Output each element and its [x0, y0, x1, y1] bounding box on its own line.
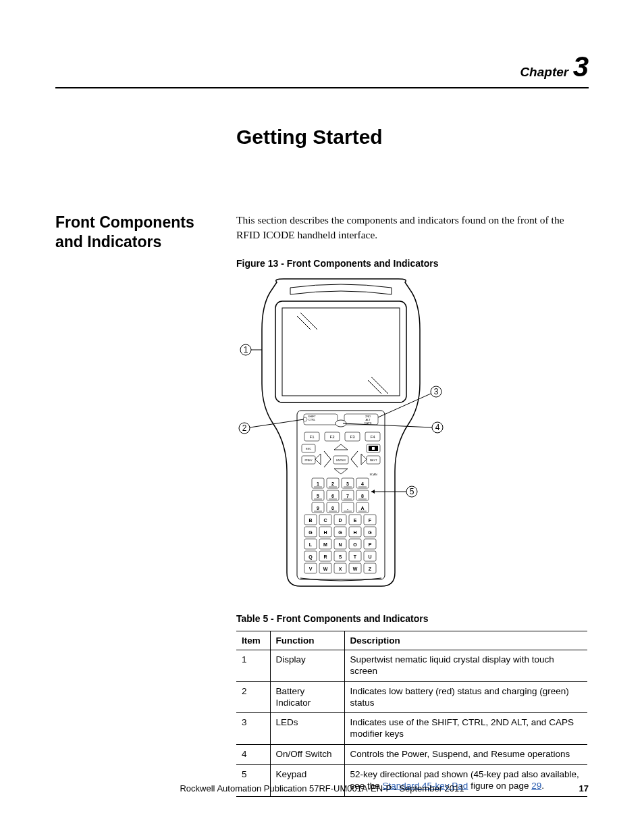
device-figure: SHIFT CTRL 2ND ALT CAPS F1F2F3F4 ESC [236, 276, 446, 593]
svg-text:F1: F1 [309, 435, 315, 439]
svg-text:L: L [309, 542, 313, 547]
table-row: 3LEDsIndicates use of the SHIFT, CTRL, 2… [236, 713, 587, 745]
callout-3: 3 [431, 386, 441, 397]
table-caption: Table 5 - Front Components and Indicator… [236, 613, 589, 624]
svg-text:N: N [338, 542, 342, 547]
svg-text:4: 4 [361, 481, 364, 486]
table-row: 4On/Off SwitchControls the Power, Suspen… [236, 745, 587, 765]
svg-text:3: 3 [434, 387, 439, 396]
cell-description: Supertwist nematic liquid crystal displa… [344, 650, 587, 681]
svg-text:NEXT: NEXT [370, 459, 377, 462]
cell-description: Indicates use of the SHIFT, CTRL, 2ND AL… [344, 713, 587, 745]
cell-function: LEDs [270, 713, 344, 745]
svg-text:F4: F4 [370, 435, 375, 439]
svg-text:6: 6 [331, 494, 334, 498]
cell-function: Battery Indicator [270, 681, 344, 713]
callout-4: 4 [432, 422, 443, 433]
cell-item: 3 [236, 713, 270, 745]
svg-text:.: . [347, 506, 348, 511]
page-title: Getting Started [236, 126, 589, 149]
svg-text:W: W [323, 567, 328, 571]
svg-text:5: 5 [410, 487, 414, 496]
cell-function: On/Off Switch [270, 745, 344, 765]
svg-rect-1 [282, 308, 400, 396]
svg-text:1: 1 [244, 345, 248, 355]
svg-text:X: X [339, 567, 342, 571]
table-row: 2Battery IndicatorIndicates low battery … [236, 681, 587, 713]
chapter-label: Chapter [520, 65, 568, 79]
svg-text:Q: Q [308, 554, 313, 560]
cell-description: Controls the Power, Suspend, and Resume … [344, 745, 587, 765]
svg-text:T: T [354, 554, 357, 559]
svg-text:CTRL: CTRL [308, 418, 316, 421]
svg-text:0: 0 [331, 506, 334, 511]
svg-text:9: 9 [317, 506, 319, 511]
callout-2: 2 [239, 423, 250, 434]
cell-item: 1 [236, 650, 270, 681]
svg-text:ENTER: ENTER [336, 459, 346, 462]
svg-text:H: H [353, 530, 356, 535]
cell-item: 2 [236, 681, 270, 713]
footer-page-number: 17 [562, 783, 589, 793]
svg-text:7: 7 [346, 494, 349, 498]
svg-text:B: B [308, 518, 312, 523]
svg-text:SCAN: SCAN [369, 473, 377, 476]
svg-text:C: C [323, 518, 327, 523]
cell-description: Indicates low battery (red) status and c… [344, 681, 587, 713]
page-footer: Rockwell Automation Publication 57RF-UM0… [55, 783, 589, 793]
figure-caption: Figure 13 - Front Components and Indicat… [236, 258, 589, 269]
svg-text:P: P [369, 542, 372, 547]
svg-rect-28 [372, 447, 375, 450]
svg-text:D: D [338, 518, 342, 523]
svg-text:E: E [354, 518, 357, 523]
svg-text:O: O [353, 542, 357, 547]
cell-item: 4 [236, 745, 270, 765]
svg-text:PREV: PREV [305, 459, 313, 462]
svg-text:4: 4 [435, 423, 440, 432]
th-item: Item [236, 631, 270, 650]
svg-text:F3: F3 [350, 435, 355, 439]
device-illustration: SHIFT CTRL 2ND ALT CAPS F1F2F3F4 ESC [236, 276, 446, 593]
svg-text:G: G [338, 530, 342, 535]
components-table: Item Function Description 1DisplaySupert… [236, 631, 587, 797]
svg-text:2: 2 [242, 423, 247, 433]
th-description: Description [344, 631, 587, 650]
section-heading: Front Components and Indicators [55, 213, 236, 797]
chapter-number: 3 [573, 51, 589, 82]
svg-text:M: M [323, 542, 327, 547]
svg-text:F2: F2 [329, 435, 335, 439]
callout-1: 1 [240, 344, 251, 355]
svg-text:2: 2 [331, 481, 334, 486]
svg-text:G: G [308, 530, 313, 535]
svg-text:1: 1 [317, 481, 319, 486]
svg-text:F: F [369, 518, 372, 523]
svg-text:5: 5 [317, 494, 319, 498]
section-intro: This section describes the components an… [236, 213, 589, 243]
svg-text:R: R [323, 554, 327, 559]
svg-text:3: 3 [346, 481, 349, 486]
callout-5: 5 [406, 486, 417, 497]
chapter-header: Chapter 3 [55, 51, 589, 88]
svg-text:G: G [368, 530, 372, 535]
svg-text:ESC: ESC [306, 447, 311, 450]
svg-text:V: V [309, 567, 313, 571]
svg-text:H: H [323, 530, 327, 535]
svg-text:U: U [368, 554, 371, 559]
svg-text:S: S [339, 554, 342, 559]
svg-text:8: 8 [361, 494, 364, 498]
svg-text:Z: Z [369, 567, 372, 571]
footer-publication: Rockwell Automation Publication 57RF-UM0… [82, 783, 562, 793]
svg-text:W: W [353, 567, 358, 571]
cell-function: Display [270, 650, 344, 681]
th-function: Function [270, 631, 344, 650]
table-row: 1DisplaySupertwist nematic liquid crysta… [236, 650, 587, 681]
svg-rect-8 [344, 414, 378, 425]
svg-text:A: A [360, 506, 364, 511]
